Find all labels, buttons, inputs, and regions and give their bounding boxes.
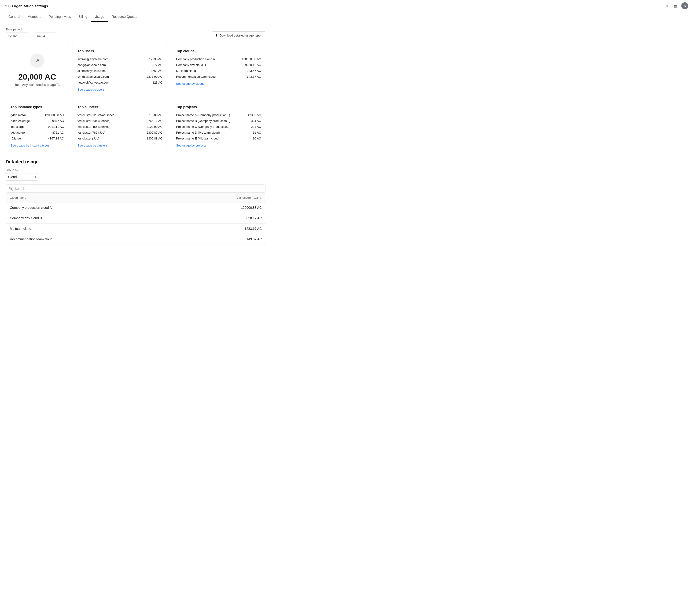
list-item: allen@anyscale.com 8761 AC xyxy=(78,68,162,74)
total-amount: 20,000 AC xyxy=(18,72,56,81)
see-usage-by-instances-link[interactable]: See usage by instance types xyxy=(11,144,50,147)
sort-icon: ⇅ xyxy=(260,197,262,200)
group-by-dropdown[interactable]: Cloud User Project Cluster Instance type xyxy=(6,173,38,181)
tab-billing[interactable]: Billing xyxy=(75,12,91,22)
see-usage-by-users-link[interactable]: See usage by users xyxy=(78,88,104,91)
time-period-section: Time period - xyxy=(6,28,57,39)
list-item: testcluster-123 (Workspace) 10000 AC xyxy=(78,112,162,118)
top-clouds-title: Top clouds xyxy=(176,49,261,53)
download-btn-label: Download detailed usage report xyxy=(219,34,262,37)
chart-icon-circle: ↗ xyxy=(30,54,44,68)
top-projects-title: Top projects xyxy=(176,105,261,109)
list-item: Project name B (Company production...) 3… xyxy=(176,118,261,124)
list-item: Project name A (Company production...) 1… xyxy=(176,112,261,118)
usage-value-cell: 9020.12 AC xyxy=(161,213,266,224)
group-by-label: Group by xyxy=(6,168,266,172)
tab-usage[interactable]: Usage xyxy=(91,12,108,22)
tab-members[interactable]: Members xyxy=(24,12,45,22)
col-total-usage-header[interactable]: Total usage (AC) ⇅ xyxy=(161,193,266,202)
breadcrumb: ⌂ ▾ / Organization settings xyxy=(5,4,48,8)
list-item: simran@anyscale.com 12333 AC xyxy=(78,56,162,62)
search-bar: 🔍 xyxy=(6,185,266,192)
cloud-name-cell: ML team cloud xyxy=(6,224,161,234)
time-period-label: Time period xyxy=(6,28,57,31)
tab-resource-quotas[interactable]: Resource Quotas xyxy=(108,12,141,22)
list-item: ML team cloud 1233.67 AC xyxy=(176,68,261,74)
start-date-input[interactable] xyxy=(6,33,29,39)
search-icon: 🔍 xyxy=(9,187,13,190)
top-projects-card: Top projects Project name A (Company pro… xyxy=(171,100,266,152)
top-instances-card: Top instance types g4dn.metal 120000.88 … xyxy=(6,100,69,152)
table-row: Recommendation team cloud 143.87 AC xyxy=(6,234,266,245)
list-item: Project name D (ML team cloud) 11 AC xyxy=(176,130,261,136)
top-users-title: Top users xyxy=(78,49,162,53)
top-projects-list: Project name A (Company production...) 1… xyxy=(176,112,261,141)
detailed-usage-table-wrapper: 🔍 Cloud name Total usage (AC) ⇅ xyxy=(6,184,266,245)
home-icon[interactable]: ⌂ xyxy=(5,4,7,8)
cloud-name-cell: Company dev cloud B xyxy=(6,213,161,224)
top-instances-list: g4dn.metal 120000.88 AC p4de.24xlarge 98… xyxy=(11,112,64,141)
breadcrumb-chevron[interactable]: ▾ xyxy=(8,4,9,7)
list-item: testcluster-789 (Job) 2300.87 AC xyxy=(78,130,162,136)
col-cloud-name-header: Cloud name xyxy=(6,193,161,202)
list-item: Project name C (Company production...) 2… xyxy=(176,124,261,130)
total-usage-card: ↗ 20,000 AC Total Anyscale credits usage… xyxy=(6,44,69,96)
list-item: g4dn.metal 120000.88 AC xyxy=(11,112,64,118)
see-usage-by-clusters-link[interactable]: See usage by clusters xyxy=(78,144,107,147)
top-clusters-list: testcluster-123 (Workspace) 10000 AC tes… xyxy=(78,112,162,141)
list-item: testcluster-234 (Service) 3765.12 AC xyxy=(78,118,162,124)
group-by-select[interactable]: Cloud User Project Cluster Instance type xyxy=(6,173,38,181)
summary-cards-row2: Top instance types g4dn.metal 120000.88 … xyxy=(6,100,266,152)
grid-icon-button[interactable]: ⊞ xyxy=(662,2,670,9)
tab-general[interactable]: General xyxy=(5,12,24,22)
date-separator: - xyxy=(31,34,32,38)
list-item: testcluster-456 (Service) 3100.99 AC xyxy=(78,124,162,130)
usage-value-cell: 143.87 AC xyxy=(161,234,266,245)
list-item: cong@anyscale.com 9877 AC xyxy=(78,62,162,68)
total-label: Total Anyscale credits usage ? xyxy=(15,83,60,87)
top-users-list: simran@anyscale.com 12333 AC cong@anysca… xyxy=(78,56,162,85)
list-item: testcluster (Job) 1305.88 AC xyxy=(78,136,162,141)
avatar[interactable]: S xyxy=(681,2,688,9)
see-usage-by-projects-link[interactable]: See usage by projects xyxy=(176,144,206,147)
detailed-usage-title: Detailed usage xyxy=(6,159,266,165)
summary-cards-row1: ↗ 20,000 AC Total Anyscale credits usage… xyxy=(6,44,266,96)
list-item: r5.large 4367.84 AC xyxy=(11,136,64,141)
top-clusters-title: Top clusters xyxy=(78,105,162,109)
list-item: huaiwei@anyscale.com 123 AC xyxy=(78,80,162,85)
grid-icon: ⊞ xyxy=(665,4,668,8)
detailed-usage-table: Cloud name Total usage (AC) ⇅ Company pr… xyxy=(6,193,266,245)
table-header-row: Cloud name Total usage (AC) ⇅ xyxy=(6,193,266,202)
top-clouds-card: Top clouds Company production cloud A 12… xyxy=(171,44,266,96)
table-row: Company production cloud A 120000.88 AC xyxy=(6,202,266,213)
main-content: Time period - ⬇ Download detailed usage … xyxy=(0,22,272,250)
top-clouds-list: Company production cloud A 120000.88 AC … xyxy=(176,56,261,80)
info-icon[interactable]: ? xyxy=(57,83,60,86)
usage-value-cell: 120000.88 AC xyxy=(161,202,266,213)
table-row: ML team cloud 1233.67 AC xyxy=(6,224,266,234)
docs-icon-button[interactable]: ▤ xyxy=(672,2,679,9)
list-item: Company dev cloud B 9020.12 AC xyxy=(176,62,261,68)
search-input[interactable] xyxy=(15,187,263,190)
table-row: Company dev cloud B 9020.12 AC xyxy=(6,213,266,224)
list-item: cynthia@anyscale.com 2378.99 AC xyxy=(78,74,162,80)
end-date-input[interactable] xyxy=(34,33,57,39)
list-item: Project name E (ML team cloud) 10 AC xyxy=(176,136,261,141)
list-item: Company production cloud A 120000.88 AC xyxy=(176,56,261,62)
see-usage-by-clouds-link[interactable]: See usage by clouds xyxy=(176,82,204,85)
nav-tabs: General Members Pending invites Billing … xyxy=(0,12,693,22)
search-wrapper: 🔍 xyxy=(6,185,266,193)
time-period-inputs: - xyxy=(6,33,57,39)
download-report-button[interactable]: ⬇ Download detailed usage report xyxy=(212,32,266,39)
top-bar-actions: ⊞ ▤ S xyxy=(662,2,688,9)
tab-pending-invites[interactable]: Pending invites xyxy=(45,12,75,22)
docs-icon: ▤ xyxy=(674,4,677,8)
list-item: p4de.24xlarge 9877 AC xyxy=(11,118,64,124)
list-item: Recommendation team cloud 143.87 AC xyxy=(176,74,261,80)
top-users-card: Top users simran@anyscale.com 12333 AC c… xyxy=(73,44,167,96)
breadcrumb-separator: / xyxy=(10,4,11,8)
chart-icon: ↗ xyxy=(35,58,39,63)
usage-value-cell: 1233.67 AC xyxy=(161,224,266,234)
cloud-name-cell: Recommendation team cloud xyxy=(6,234,161,245)
top-clusters-card: Top clusters testcluster-123 (Workspace)… xyxy=(73,100,167,152)
